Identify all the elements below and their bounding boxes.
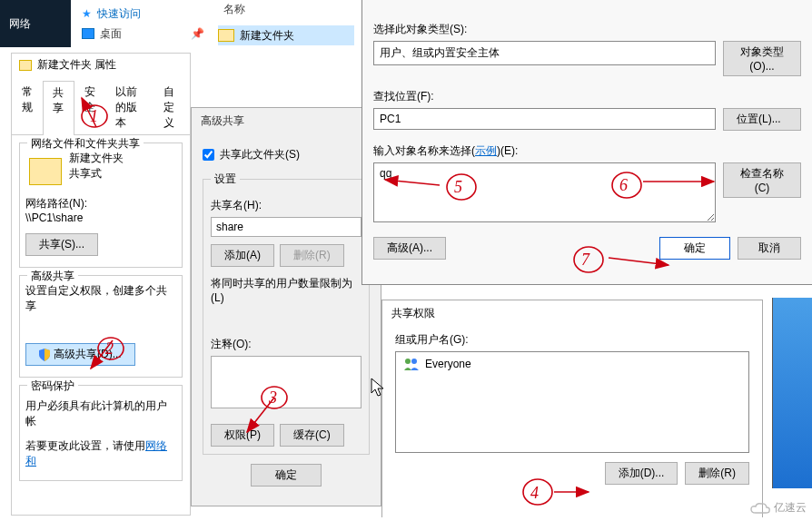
adv-share-label: 高级共享(D)... [54,347,122,362]
permissions-button[interactable]: 权限(P) [211,424,274,447]
remove-user-button[interactable]: 删除(R) [685,462,749,485]
properties-titlebar: 新建文件夹 属性 [12,54,190,76]
cancel-button[interactable]: 取消 [738,237,801,260]
tab-share[interactable]: 共享 [43,81,74,135]
dialog-title: 高级共享 [192,108,381,134]
folder-icon [19,60,32,71]
netpath-label: 网络路径(N): [25,196,176,211]
user-name: Everyone [425,358,471,370]
users-listbox[interactable]: Everyone [395,351,749,453]
ok-button[interactable]: 确定 [659,237,730,260]
tab-custom[interactable]: 自定义 [153,80,190,134]
settings-fieldset: 设置 共享名(H): 添加(A) 删除(R) 将同时共享的用户数量限制为(L) … [203,172,370,455]
advanced-button[interactable]: 高级(A)... [373,237,446,260]
desktop-label: 桌面 [100,26,122,42]
quick-access-label: 快速访问 [97,6,141,22]
netpath-value: \\PC1\share [25,211,176,224]
add-user-button[interactable]: 添加(D)... [605,462,678,485]
cache-button[interactable]: 缓存(C) [280,424,344,447]
group-users-label: 组或用户名(G): [395,332,749,348]
ok-button[interactable]: 确定 [251,464,322,487]
locations-button[interactable]: 位置(L)... [723,108,801,131]
group-title: 高级共享 [27,269,78,284]
folder-name: 新建文件夹 [240,28,294,44]
big-folder-icon [29,158,62,185]
comment-textarea[interactable] [211,356,361,408]
shield-icon [39,349,50,361]
settings-legend: 设置 [211,172,240,187]
comment-label: 注释(O): [211,337,361,352]
object-names-input[interactable] [373,162,716,222]
names-label-a: 输入对象名称来选择( [373,144,475,157]
svg-point-0 [405,359,411,364]
dialog-title: 共享权限 [382,300,762,327]
group-password: 密码保护 用户必须具有此计算机的用户帐 若要更改此设置，请使用网络和 [19,385,183,481]
object-type-value: 用户、组或内置安全主体 [373,41,716,65]
star-icon: ★ [82,7,92,20]
quick-access-panel: ★快速访问 桌面📌 [82,4,204,44]
watermark: 亿速云 [750,500,807,516]
share-button[interactable]: 共享(S)... [25,233,98,256]
cloud-icon [750,502,770,515]
pw-line2: 若要更改此设置，请使用 [25,439,145,452]
desktop-background [772,298,812,488]
location-label: 查找位置(F): [373,89,801,104]
svg-point-1 [411,359,417,364]
remove-share-button[interactable]: 删除(R) [280,244,344,267]
watermark-text: 亿速云 [774,500,807,516]
select-users-dialog: 选择此对象类型(S): 用户、组或内置安全主体 对象类型(O)... 查找位置(… [361,0,812,285]
add-share-button[interactable]: 添加(A) [211,244,274,267]
pw-line1: 用户必须具有此计算机的用户帐 [25,398,176,429]
share-style: 共享式 [69,166,124,182]
users-icon [403,358,420,370]
group-advanced-share: 高级共享 设置自定义权限，创建多个共享 高级共享(D)... [19,275,183,378]
advanced-share-dialog: 高级共享 共享此文件夹(S) 设置 共享名(H): 添加(A) 删除(R) 将同… [191,107,381,506]
nav-network-label: 网络 [9,16,31,32]
checkbox-label: 共享此文件夹(S) [220,147,300,162]
properties-window: 新建文件夹 属性 常规 共享 安全 以前的版本 自定义 网络文件和文件夹共享 新… [11,53,191,516]
location-value: PC1 [373,108,716,130]
share-permissions-dialog: 共享权限 组或用户名(G): Everyone 添加(D)... 删除(R) [381,300,763,517]
share-folder-checkbox[interactable]: 共享此文件夹(S) [203,147,370,162]
properties-tabs: 常规 共享 安全 以前的版本 自定义 [12,80,190,135]
checkbox-input[interactable] [203,149,214,161]
object-types-button[interactable]: 对象类型(O)... [723,41,801,76]
share-name-input[interactable] [211,217,361,237]
desktop-icon [82,28,94,39]
quick-access-item[interactable]: ★快速访问 [82,4,204,24]
desktop-item[interactable]: 桌面📌 [82,24,204,44]
names-label-b: )(E): [497,144,518,157]
share-name-label: 共享名(H): [211,198,361,213]
nav-network[interactable]: 网络 [0,0,71,47]
folder-icon [218,29,234,42]
tab-security[interactable]: 安全 [74,80,105,134]
object-type-label: 选择此对象类型(S): [373,22,801,37]
column-header-name[interactable]: 名称 [223,2,245,17]
tab-general[interactable]: 常规 [12,80,43,134]
cursor-icon [371,378,387,398]
window-title: 新建文件夹 属性 [37,57,116,73]
group-network-share: 网络文件和文件夹共享 新建文件夹 共享式 网络路径(N): \\PC1\shar… [19,143,183,268]
check-names-button[interactable]: 检查名称(C) [723,162,801,198]
pin-icon: 📌 [191,27,204,40]
group-title: 网络文件和文件夹共享 [27,136,144,152]
adv-desc: 设置自定义权限，创建多个共享 [25,283,176,314]
tab-previous[interactable]: 以前的版本 [105,80,153,134]
advanced-share-button[interactable]: 高级共享(D)... [25,343,135,366]
user-limit-label: 将同时共享的用户数量限制为(L) [211,276,361,304]
list-item[interactable]: Everyone [400,356,745,372]
folder-item[interactable]: 新建文件夹 [218,25,354,45]
share-folder-name: 新建文件夹 [69,151,124,166]
examples-link[interactable]: 示例 [475,144,497,157]
group-title: 密码保护 [27,378,78,394]
